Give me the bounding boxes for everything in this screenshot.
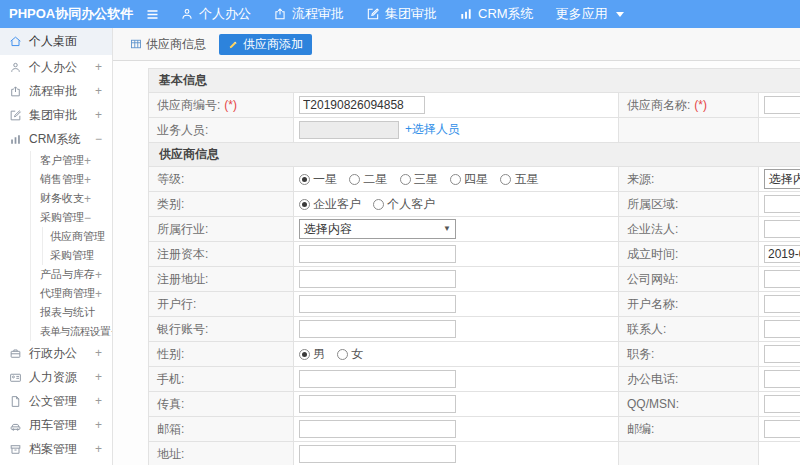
expand-icon[interactable]: + [95,346,102,360]
form-table: 基本信息 供应商编号:(*) 供应商名称:(*) 业务人员: +选择人员 供应商… [148,68,800,465]
expand-icon[interactable]: + [84,154,91,168]
email-input[interactable] [299,420,456,438]
sidebar-item-label: 用车管理 [29,417,77,434]
sidebar-item-form-flow-settings[interactable]: 表单与流程设置 + [0,322,112,341]
field-label: 传真: [157,397,184,411]
label-cell: QQ/MSN: [619,392,759,417]
expand-icon[interactable]: + [95,84,102,98]
tab-supplier-add[interactable]: 供应商添加 [219,34,312,55]
sidebar-item-crm-system[interactable]: CRM系统 − [0,127,112,151]
choose-staff-link[interactable]: +选择人员 [405,122,460,136]
sidebar-item-sales-mgmt[interactable]: 销售管理 + [0,170,112,189]
sidebar-item-archive-mgmt[interactable]: 档案管理 + [0,437,112,461]
label-cell: 企业法人: [619,217,759,242]
sidebar-item-customer-mgmt[interactable]: 客户管理 + [0,151,112,170]
legal-person-input[interactable] [764,220,800,238]
collapse-icon[interactable]: − [95,132,102,146]
label-cell: 等级: [149,167,294,192]
sidebar-item-personal-office[interactable]: 个人办公 + [0,55,112,79]
postcode-input[interactable] [764,420,800,438]
topnav-process-approval[interactable]: 流程审批 [273,5,344,23]
expand-icon[interactable]: + [95,108,102,122]
gender-radio-male[interactable]: 男 [299,346,325,363]
bank-branch-input[interactable] [299,295,456,313]
company-website-input[interactable] [764,270,800,288]
expand-icon[interactable]: + [84,173,91,187]
qq-msn-input[interactable] [764,395,800,413]
bar-chart-icon [459,7,473,21]
expand-icon[interactable]: + [95,418,102,432]
expand-icon[interactable]: + [95,394,102,408]
form-row: 注册资本: 成立时间: [149,242,800,267]
bank-account-input[interactable] [299,320,456,338]
gender-radio-female[interactable]: 女 [337,346,363,363]
topnav-group-approval[interactable]: 集团审批 [366,5,437,23]
supplier-name-input[interactable] [764,96,800,114]
sidebar-item-products-inventory[interactable]: 产品与库存 + [0,265,112,284]
expand-icon[interactable]: + [95,268,102,282]
level-radio-5star[interactable]: 五星 [500,171,538,188]
collapse-icon[interactable]: − [84,211,91,225]
sidebar-item-finance[interactable]: 财务收支 + [0,189,112,208]
label-cell: 类别: [149,192,294,217]
business-staff-input[interactable] [299,121,399,139]
sidebar-item-personal-desktop[interactable]: 个人桌面 [0,28,112,55]
expand-icon[interactable]: + [84,192,91,206]
menu-icon[interactable] [145,7,160,22]
field-cell [294,242,619,267]
sidebar-item-document-mgmt[interactable]: 公文管理 + [0,389,112,413]
level-radio-1star[interactable]: 一星 [299,171,337,188]
section-row: 供应商信息 [149,143,800,167]
sidebar-item-admin-office[interactable]: 行政办公 + [0,341,112,365]
label-cell: 所属行业: [149,217,294,242]
sidebar-item-label: 报表与统计 [40,305,95,320]
industry-select[interactable]: 选择内容 [299,219,456,239]
sidebar-item-group-approval[interactable]: 集团审批 + [0,103,112,127]
registered-address-input[interactable] [299,270,456,288]
topnav-label: 更多应用 [556,5,608,23]
level-radio-4star[interactable]: 四星 [450,171,488,188]
topnav-more-apps[interactable]: 更多应用 [556,5,624,23]
sidebar-item-purchasing[interactable]: 采购管理 [0,246,112,265]
expand-icon[interactable]: + [95,442,102,456]
expand-icon[interactable]: + [95,370,102,384]
sidebar-item-human-resources[interactable]: 人力资源 + [0,365,112,389]
office-phone-input[interactable] [764,370,800,388]
account-name-input[interactable] [764,295,800,313]
contact-person-input[interactable] [764,320,800,338]
category-radio-personal[interactable]: 个人客户 [373,196,435,213]
label-cell: 供应商编号:(*) [149,93,294,118]
position-input[interactable] [764,345,800,363]
sidebar-item-reports-stats[interactable]: 报表与统计 [0,303,112,322]
form-row: 开户行: 开户名称: [149,292,800,317]
sidebar-item-label: 采购管理 [40,210,84,225]
registered-capital-input[interactable] [299,245,456,263]
founded-date-input[interactable] [764,245,800,263]
tab-label: 供应商添加 [243,36,303,53]
sidebar-item-agent-mgmt[interactable]: 代理商管理 + [0,284,112,303]
section-row: 基本信息 [149,69,800,93]
address-input[interactable] [299,445,456,463]
category-radio-company[interactable]: 企业客户 [299,196,361,213]
mobile-input[interactable] [299,370,456,388]
level-radio-3star[interactable]: 三星 [400,171,438,188]
sidebar-item-purchase-mgmt[interactable]: 采购管理 − [0,208,112,227]
sidebar-item-vehicle-mgmt[interactable]: 用车管理 + [0,413,112,437]
tab-supplier-info[interactable]: 供应商信息 [130,36,206,53]
field-cell [294,367,619,392]
expand-icon[interactable]: + [95,60,102,74]
sidebar-item-process-approval[interactable]: 流程审批 + [0,79,112,103]
expand-icon[interactable]: + [95,287,102,301]
expand-icon[interactable]: + [111,325,113,339]
topnav-personal-office[interactable]: 个人办公 [180,5,251,23]
region-input[interactable] [764,195,800,213]
tab-label: 供应商信息 [146,36,206,53]
sidebar-item-supplier-mgmt[interactable]: 供应商管理 [0,227,112,246]
fax-input[interactable] [299,395,456,413]
field-cell: 选择内容 [294,217,619,242]
supplier-code-input[interactable] [299,96,425,114]
source-select[interactable]: 选择内容 [764,169,800,189]
topnav-crm-system[interactable]: CRM系统 [459,5,534,23]
level-radio-2star[interactable]: 二星 [349,171,387,188]
label-cell: 地址: [149,442,294,465]
